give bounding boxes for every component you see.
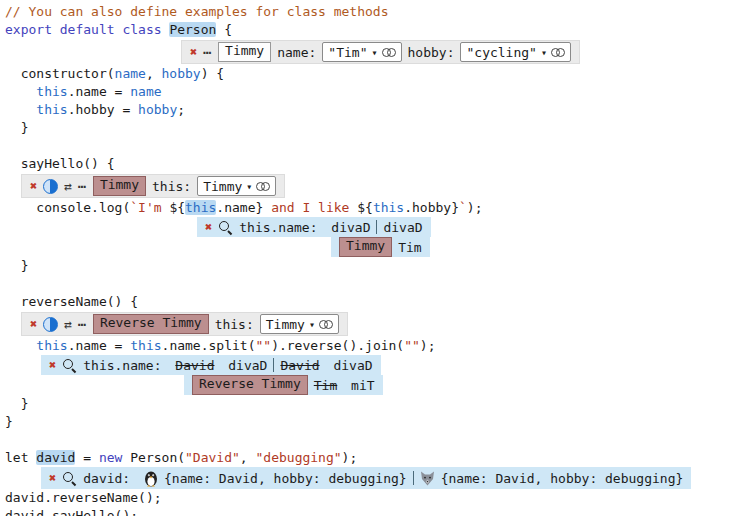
blank-line: [5, 137, 749, 155]
param-token: hobby: [162, 66, 201, 81]
code-token: }: [5, 396, 28, 411]
code-token: reverseName() {: [5, 294, 138, 309]
link-icon: [382, 47, 396, 58]
code-editor: // You can also define examples for clas…: [0, 0, 749, 516]
this-token: this: [130, 338, 161, 353]
dropdown-value: "cycling": [466, 45, 536, 60]
this-token: this: [36, 338, 67, 353]
code-token: ).reverse().join(: [271, 338, 404, 353]
punctuation-token: ) {: [201, 66, 224, 81]
probe-old-value: David: [175, 358, 214, 373]
variable-token: name: [130, 84, 161, 99]
punctuation-token: );: [420, 338, 436, 353]
code-token: let: [5, 450, 36, 465]
close-icon[interactable]: ✖: [30, 317, 37, 331]
probe-label: this.name:: [239, 220, 325, 235]
hobby-label: hobby:: [408, 45, 455, 60]
indent: [5, 84, 36, 99]
chevron-down-icon: ▾: [246, 181, 252, 192]
this-value-dropdown[interactable]: Timmy ▾: [197, 176, 276, 196]
probe-new-value: divaD: [220, 358, 267, 373]
code-line: this.name = name: [5, 83, 749, 101]
class-example-widget: ✖ ⋯ Timmy name: "Tim" ▾ hobby: "cycling"…: [181, 40, 580, 64]
probe-label: david:: [83, 471, 138, 486]
variable-highlighted[interactable]: david: [36, 450, 75, 465]
sayhello-probe-example-row: Timmy Tim: [331, 237, 430, 257]
code-token: .name.split(: [162, 338, 256, 353]
code-token: =: [75, 450, 98, 465]
example-chip[interactable]: Timmy: [339, 237, 392, 257]
divider: [376, 220, 377, 234]
close-icon[interactable]: ✖: [190, 45, 197, 59]
probe-value: divaD: [383, 220, 422, 235]
code-token: .name =: [68, 84, 131, 99]
code-token: console.log(: [5, 200, 130, 215]
code-line: reverseName() {: [5, 293, 749, 311]
punctuation-token: {: [216, 22, 232, 37]
hobby-value-dropdown[interactable]: "cycling" ▾: [460, 42, 570, 62]
indent: [5, 102, 36, 117]
reversename-probe-example-row: Reverse Timmy Tim miT: [184, 375, 383, 395]
code-line: this.hobby = hobby;: [5, 101, 749, 119]
magnifier-icon: [218, 220, 233, 235]
this-value-dropdown[interactable]: Timmy ▾: [260, 314, 339, 334]
more-icon[interactable]: ⋯: [78, 317, 87, 332]
code-token: Person(: [122, 450, 185, 465]
reversename-example-widget: ✖ ⇄ ⋯ Reverse Timmy this: Timmy ▾: [21, 312, 348, 336]
punctuation-token: }: [451, 200, 459, 215]
code-line: export default class Person {: [5, 21, 749, 39]
string-token: `I'm: [130, 200, 169, 215]
code-line: david.sayHello();: [5, 507, 749, 516]
name-label: name:: [277, 45, 316, 60]
probe-value: divaD: [331, 220, 370, 235]
probe-new-value: divaD: [326, 358, 373, 373]
code-token: .name: [216, 200, 255, 215]
code-token: david.sayHello();: [5, 508, 138, 516]
probe-example-value: Tim: [398, 240, 421, 255]
blank-line: [5, 275, 749, 293]
link-icon: [319, 319, 333, 330]
code-token: .name =: [68, 338, 131, 353]
close-icon[interactable]: ✖: [49, 358, 56, 372]
toggle-icon[interactable]: [43, 317, 58, 332]
sayhello-example-widget: ✖ ⇄ ⋯ Timmy this: Timmy ▾: [21, 174, 285, 198]
close-icon[interactable]: ✖: [205, 220, 212, 234]
class-name-highlighted[interactable]: Person: [169, 22, 216, 37]
punctuation-token: ${: [357, 200, 373, 215]
probe-old-value: David: [280, 358, 319, 373]
keyword-token: export default class: [5, 22, 169, 37]
example-chip[interactable]: Timmy: [93, 176, 146, 196]
chevron-down-icon: ▾: [371, 47, 377, 58]
example-chip[interactable]: Reverse Timmy: [93, 314, 209, 334]
close-icon[interactable]: ✖: [30, 179, 37, 193]
probe-value: {name: David, hobby: debugging}: [164, 471, 407, 486]
code-token: david.reverseName();: [5, 490, 162, 505]
code-line: }: [5, 257, 749, 275]
more-icon[interactable]: ⋯: [78, 179, 87, 194]
chevron-down-icon: ▾: [541, 47, 547, 58]
close-icon[interactable]: ✖: [49, 471, 56, 485]
code-token: .hobby: [404, 200, 451, 215]
this-token: this: [373, 200, 404, 215]
reversename-probe-row: ✖ this.name: David divaD David divaD: [41, 355, 381, 375]
probe-label: this.name:: [83, 358, 169, 373]
name-value-dropdown[interactable]: "Tim" ▾: [322, 42, 401, 62]
punctuation-token: ,: [146, 66, 162, 81]
divider: [413, 471, 414, 485]
code-token: constructor(: [5, 66, 115, 81]
this-token-highlighted[interactable]: this: [185, 200, 216, 215]
example-name-input[interactable]: Timmy: [218, 42, 271, 62]
more-icon[interactable]: ⋯: [203, 45, 212, 60]
example-chip[interactable]: Reverse Timmy: [192, 375, 308, 395]
toggle-icon[interactable]: [43, 179, 58, 194]
string-token: "": [404, 338, 420, 353]
swap-icon[interactable]: ⇄: [64, 179, 72, 194]
penguin-icon: [144, 470, 158, 487]
string-token: and I like: [263, 200, 357, 215]
string-token: `: [459, 200, 467, 215]
code-line: this.name = this.name.split("").reverse(…: [5, 337, 749, 355]
this-label: this:: [215, 317, 254, 332]
divider: [273, 358, 274, 372]
swap-icon[interactable]: ⇄: [64, 317, 72, 332]
dropdown-value: "Tim": [328, 45, 367, 60]
